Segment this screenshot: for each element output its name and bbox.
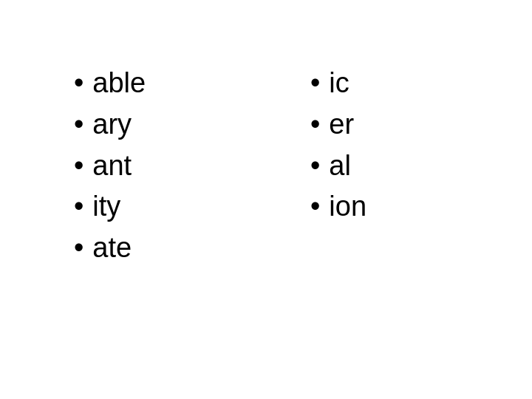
bullet-icon: • [74, 190, 83, 224]
list-item: •ary [74, 108, 266, 142]
item-label: ate [92, 231, 132, 265]
bullet-icon: • [74, 149, 83, 183]
bullet-icon: • [310, 66, 320, 100]
list-item: •ant [74, 149, 266, 183]
list-item: •ate [74, 231, 266, 265]
list-item: •ity [74, 190, 266, 224]
column-right: •ic•er•al•ion [266, 66, 502, 223]
bullet-icon: • [74, 66, 83, 100]
item-label: able [92, 66, 146, 100]
list-item: •er [310, 108, 502, 142]
bullet-icon: • [310, 108, 320, 142]
list-item: •able [74, 66, 266, 100]
bullet-icon: • [74, 108, 83, 142]
columns-container: •able•ary•ant•ity•ate •ic•er•al•ion [30, 66, 502, 265]
item-label: ity [92, 190, 120, 224]
list-item: •al [310, 149, 502, 183]
item-label: ary [92, 108, 132, 142]
bullet-icon: • [310, 190, 320, 224]
item-label: ic [329, 66, 349, 100]
item-label: al [329, 149, 351, 183]
column-left: •able•ary•ant•ity•ate [30, 66, 266, 265]
page: •able•ary•ant•ity•ate •ic•er•al•ion [0, 0, 532, 399]
list-item: •ic [310, 66, 502, 100]
item-label: ant [92, 149, 132, 183]
bullet-icon: • [310, 149, 320, 183]
item-label: ion [329, 190, 366, 224]
list-item: •ion [310, 190, 502, 224]
bullet-icon: • [74, 231, 83, 265]
item-label: er [329, 108, 354, 142]
